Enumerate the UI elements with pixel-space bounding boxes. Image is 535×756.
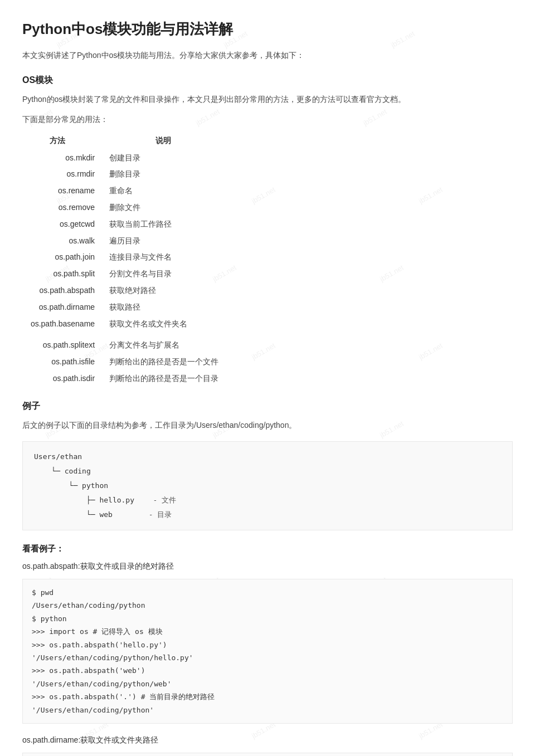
tree-line-4: └─ web - 目录 [34,508,501,522]
method-name: os.remove [22,199,104,216]
method-desc: 判断给出的路径是否是一个目录 [104,370,234,387]
directory-tree: Users/ethan └─ coding └─ python ├─ hello… [22,441,513,530]
tree-line-3: ├─ hello.py - 文件 [34,493,501,508]
table-row: os.mkdir创建目录 [22,150,234,167]
table-row: os.remove删除文件 [22,199,234,216]
method-name: os.path.join [22,249,104,266]
intro-text: 本文实例讲述了Python中os模块功能与用法。分享给大家供大家参考，具体如下： [22,49,513,62]
method-desc: 判断给出的路径是否是一个文件 [104,354,234,370]
method-name: os.path.abspath [22,282,104,299]
table-row: os.path.isfile判断给出的路径是否是一个文件 [22,354,234,370]
table-row: os.path.basename获取文件名或文件夹名 [22,316,234,333]
method-name: os.path.splitext [22,337,104,354]
tree-line-2: └─ python [34,479,501,493]
method-name: os.rename [22,183,104,199]
method-desc: 遍历目录 [104,233,234,250]
table-row: os.path.join连接目录与文件名 [22,249,234,266]
abspath-code: $ pwd /Users/ethan/coding/python $ pytho… [22,579,513,724]
table-row: os.path.isdir判断给出的路径是否是一个目录 [22,370,234,387]
tree-line-1: └─ coding [34,464,501,479]
method-desc: 删除文件 [104,199,234,216]
method-name: os.path.isfile [22,354,104,370]
table-row: os.path.abspath获取绝对路径 [22,282,234,299]
method-desc: 删除目录 [104,166,234,183]
method-desc: 获取文件名或文件夹名 [104,316,234,333]
table-row: os.walk遍历目录 [22,233,234,250]
dirname-title: os.path.dirname:获取文件或文件夹路径 [22,734,513,747]
examples-subheading: 看看例子： [22,542,513,556]
abspath-title: os.path.abspath:获取文件或目录的绝对路径 [22,560,513,573]
table-row: os.path.splitext分离文件名与扩展名 [22,337,234,354]
table-header-method: 方法 [22,132,104,150]
method-desc: 分割文件名与目录 [104,266,234,282]
method-desc: 获取绝对路径 [104,282,234,299]
method-desc: 创建目录 [104,150,234,167]
table-row: os.rmdir删除目录 [22,166,234,183]
method-name: os.mkdir [22,150,104,167]
tree-root: Users/ethan [34,450,501,464]
methods-table: 方法 说明 os.mkdir创建目录os.rmdir删除目录os.rename重… [22,132,234,387]
os-module-heading: OS模块 [22,72,513,87]
method-name: os.path.basename [22,316,104,333]
method-desc: 重命名 [104,183,234,199]
method-name: os.rmdir [22,166,104,183]
table-row: os.path.split分割文件名与目录 [22,266,234,282]
table-row: os.rename重命名 [22,183,234,199]
dirname-code: >>> os.path.dirname('/Users/ethan/coding… [22,753,513,756]
method-desc: 分离文件名与扩展名 [104,337,234,354]
table-row: os.path.dirname获取路径 [22,299,234,316]
page-title: Python中os模块功能与用法详解 [22,17,513,41]
method-name: os.path.split [22,266,104,282]
example-heading: 例子 [22,398,513,413]
method-desc: 获取路径 [104,299,234,316]
method-desc: 获取当前工作路径 [104,216,234,233]
method-name: os.walk [22,233,104,250]
common-uses-label: 下面是部分常见的用法： [22,113,513,126]
example-desc: 后文的例子以下面的目录结构为参考，工作目录为/Users/ethan/codin… [22,419,513,432]
table-header-desc: 说明 [104,132,234,150]
table-row: os.getcwd获取当前工作路径 [22,216,234,233]
method-name: os.path.dirname [22,299,104,316]
method-name: os.getcwd [22,216,104,233]
method-name: os.path.isdir [22,370,104,387]
method-desc: 连接目录与文件名 [104,249,234,266]
os-module-desc: Python的os模块封装了常见的文件和目录操作，本文只是列出部分常用的方法，更… [22,93,513,106]
table-separator [22,332,234,337]
